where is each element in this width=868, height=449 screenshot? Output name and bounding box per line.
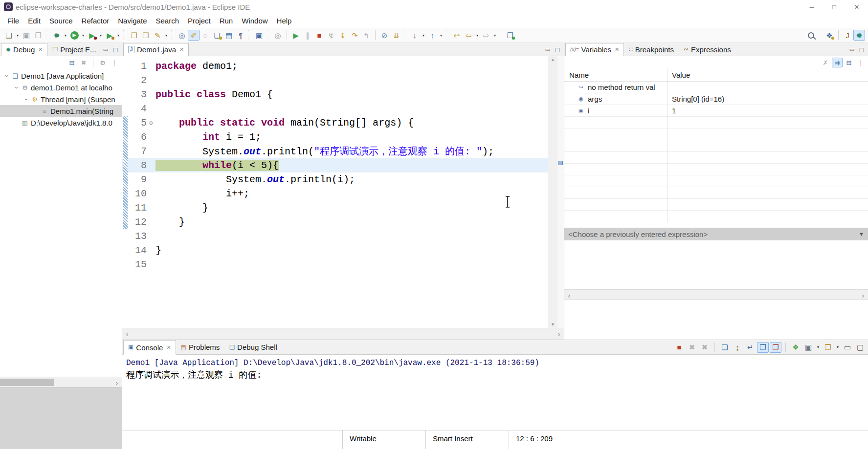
open-perspective-button[interactable]: ❖ xyxy=(823,30,835,41)
open-type-button[interactable]: ❒ xyxy=(128,30,140,41)
menu-search[interactable]: Search xyxy=(151,15,183,27)
debug-button[interactable]: ✹ xyxy=(51,30,63,41)
chevron-expanded-icon[interactable]: › xyxy=(13,84,21,91)
show-stderr-button[interactable]: ❐ xyxy=(770,342,781,353)
tab-console[interactable]: ▣ Console ✕ xyxy=(123,340,176,355)
java-perspective-button[interactable]: J xyxy=(842,30,853,41)
code-line[interactable]: 7 System.out.println("程序调试演示，注意观察 i 的值: … xyxy=(122,144,548,158)
word-wrap-button[interactable]: ↵ xyxy=(744,342,756,353)
dropdown-caret-icon[interactable]: ▾ xyxy=(98,33,104,38)
dropdown-caret-icon[interactable]: ▾ xyxy=(63,33,68,38)
variable-row[interactable]: ◉i1 xyxy=(564,105,868,117)
minimize-button[interactable]: ─ xyxy=(801,0,823,14)
scroll-left-icon[interactable]: ‹ xyxy=(564,290,574,300)
code-line[interactable]: 8 while(i < 5){ xyxy=(122,158,548,172)
scroll-lock-button[interactable]: ↨ xyxy=(732,342,743,353)
remove-launch-button[interactable]: ✖ xyxy=(686,342,698,353)
save-button[interactable]: ▣ xyxy=(21,30,32,41)
collapse-all-button[interactable]: ⊟ xyxy=(844,58,854,67)
terminate-button[interactable]: ■ xyxy=(673,342,685,353)
chevron-expanded-icon[interactable]: › xyxy=(23,95,30,103)
step-return-button[interactable]: ↰ xyxy=(360,30,372,41)
tab-problems[interactable]: ▤ Problems xyxy=(176,340,225,354)
code-line[interactable]: 2 xyxy=(122,73,548,87)
editor-horizontal-scrollbar[interactable]: ‹ › xyxy=(122,328,564,340)
tab-variables[interactable]: (x)= Variables ✕ xyxy=(565,43,624,56)
current-line-marker[interactable] xyxy=(558,161,563,165)
save-all-button[interactable]: ❐ xyxy=(32,30,44,41)
code-line[interactable]: 12 } xyxy=(122,215,548,229)
code-line[interactable]: 3public class Demo1 { xyxy=(122,87,548,102)
code-line[interactable]: 4 xyxy=(122,102,548,116)
open-console-button[interactable]: ▣ xyxy=(253,30,265,41)
view-menu-button[interactable]: ⋮ xyxy=(109,58,120,67)
collapse-all-button[interactable]: ⊟ xyxy=(67,58,77,67)
tab-debug[interactable]: ✹ Debug ✕ xyxy=(1,43,47,56)
scroll-right-icon[interactable]: › xyxy=(554,328,564,339)
maximize-view-icon[interactable]: ▢ xyxy=(111,45,120,54)
view-menu-button[interactable]: ⋮ xyxy=(855,58,866,67)
code-line[interactable]: 14} xyxy=(122,243,548,257)
close-icon[interactable]: ✕ xyxy=(179,46,184,53)
display-console-button[interactable]: ▣ xyxy=(802,342,814,353)
coverage-button[interactable]: ▶ xyxy=(86,30,98,41)
resume-button[interactable]: ▶ xyxy=(290,30,302,41)
close-icon[interactable]: ✕ xyxy=(38,46,43,53)
minimize-view-icon[interactable]: ▭ xyxy=(847,45,856,54)
scroll-down-icon[interactable]: ▼ xyxy=(551,322,555,327)
maximize-button[interactable]: □ xyxy=(823,0,846,14)
code-line[interactable]: 10 i++; xyxy=(122,187,548,201)
debug-perspective-button[interactable]: ✹ xyxy=(853,30,865,41)
maximize-view-icon[interactable]: ▢ xyxy=(553,45,562,54)
menu-edit[interactable]: Edit xyxy=(23,15,45,27)
pause-button[interactable]: ∥ xyxy=(302,30,313,41)
show-logical-structures-button[interactable]: ⇉ xyxy=(832,58,843,67)
debug-horizontal-scrollbar[interactable]: › xyxy=(0,377,122,387)
fold-collapse-icon[interactable]: ⊖ xyxy=(147,119,156,127)
close-icon[interactable]: ✕ xyxy=(166,344,171,351)
code-line[interactable]: 9 System.out.println(i); xyxy=(122,172,548,187)
menu-source[interactable]: Source xyxy=(45,15,77,27)
debug-tree-item[interactable]: ›❏Demo1 [Java Application] xyxy=(0,70,122,82)
search-button[interactable] xyxy=(805,30,817,41)
code-content[interactable]: → 1package demo1;23public class Demo1 {4… xyxy=(122,56,548,328)
menu-help[interactable]: Help xyxy=(272,15,296,27)
tab-breakpoints[interactable]: ∷ Breakpoints xyxy=(624,43,679,56)
menu-run[interactable]: Run xyxy=(215,15,238,27)
maximize-view-icon[interactable]: ▢ xyxy=(857,45,866,54)
skip-breakpoints-button[interactable]: ⊘ xyxy=(378,30,390,41)
tab-expressions[interactable]: ∾ Expressions xyxy=(679,43,736,56)
code-line[interactable]: 5⊖ public static void main(String[] args… xyxy=(122,116,548,130)
tab-project-explorer[interactable]: ❒ Project E... xyxy=(47,43,101,56)
close-icon[interactable]: ✕ xyxy=(615,46,619,53)
remove-terminated-button[interactable]: ✖ xyxy=(78,58,89,67)
minimize-view-button[interactable]: ▭ xyxy=(842,342,853,353)
code-line[interactable]: 11 } xyxy=(122,201,548,215)
dropdown-caret-icon[interactable]: ▾ xyxy=(163,33,169,38)
disconnect-button[interactable]: ↯ xyxy=(325,30,337,41)
new-module-button[interactable]: ❏ xyxy=(211,30,223,41)
code-line[interactable]: 15 xyxy=(122,257,548,272)
back-button[interactable]: ⇦ xyxy=(463,30,474,41)
code-line[interactable]: 13 xyxy=(122,229,548,243)
dropdown-caret-icon[interactable]: ▾ xyxy=(438,33,444,38)
step-filters-button[interactable]: ⇊ xyxy=(390,30,402,41)
dropdown-caret-icon[interactable]: ▾ xyxy=(835,345,841,349)
variable-detail-pane[interactable] xyxy=(564,240,868,289)
close-button[interactable]: ✕ xyxy=(846,0,868,14)
tab-demo1-java[interactable]: J Demo1.java ✕ xyxy=(123,43,189,56)
remove-all-terminated-button[interactable]: ✖ xyxy=(699,342,711,353)
task-list-button[interactable]: ▤ xyxy=(223,30,235,41)
clear-console-button[interactable]: ❏ xyxy=(719,342,731,353)
show-whitespace-button[interactable]: ¶ xyxy=(235,30,246,41)
mark-occurrences-button[interactable]: ◎ xyxy=(272,30,284,41)
dropdown-caret-icon[interactable]: ▾ xyxy=(115,33,121,38)
pin-editor-button[interactable]: ❐ xyxy=(504,30,516,41)
minimize-view-icon[interactable]: ▭ xyxy=(543,45,552,54)
show-type-names-button[interactable]: ✗ xyxy=(820,58,831,67)
menu-refactor[interactable]: Refactor xyxy=(77,15,114,27)
last-edit-button[interactable]: ↩ xyxy=(451,30,463,41)
menu-file[interactable]: File xyxy=(3,15,23,27)
variable-row[interactable]: ◉argsString[0] (id=16) xyxy=(564,93,868,105)
console-output-area[interactable]: Demo1 [Java Application] D:\Develop\Java… xyxy=(122,355,868,430)
